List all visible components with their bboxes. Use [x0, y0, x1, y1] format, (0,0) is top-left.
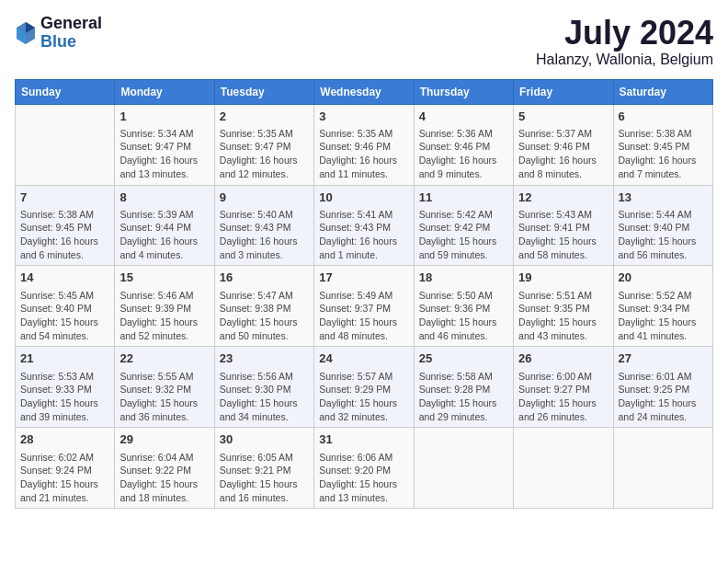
week-row-2: 7Sunrise: 5:38 AMSunset: 9:45 PMDaylight…	[16, 185, 713, 266]
cell-content: Sunrise: 5:35 AMSunset: 9:47 PMDaylight:…	[220, 127, 309, 181]
week-row-4: 21Sunrise: 5:53 AMSunset: 9:33 PMDayligh…	[16, 347, 713, 428]
logo-text: General Blue	[40, 15, 102, 52]
calendar-cell: 23Sunrise: 5:56 AMSunset: 9:30 PMDayligh…	[214, 347, 313, 428]
cell-content: Sunrise: 5:36 AMSunset: 9:46 PMDaylight:…	[419, 127, 508, 181]
calendar-cell: 31Sunrise: 6:06 AMSunset: 9:20 PMDayligh…	[314, 428, 414, 509]
col-header-thursday: Thursday	[414, 79, 513, 104]
calendar-cell	[514, 428, 613, 509]
cell-content: Sunrise: 5:51 AMSunset: 9:35 PMDaylight:…	[518, 289, 608, 343]
week-row-3: 14Sunrise: 5:45 AMSunset: 9:40 PMDayligh…	[16, 266, 713, 347]
calendar-cell: 10Sunrise: 5:41 AMSunset: 9:43 PMDayligh…	[314, 185, 414, 266]
day-number: 13	[619, 190, 708, 206]
day-number: 4	[419, 109, 508, 125]
calendar-header-row: SundayMondayTuesdayWednesdayThursdayFrid…	[16, 79, 713, 104]
cell-content: Sunrise: 5:35 AMSunset: 9:46 PMDaylight:…	[319, 127, 408, 181]
cell-content: Sunrise: 5:38 AMSunset: 9:45 PMDaylight:…	[20, 208, 109, 262]
calendar-cell: 22Sunrise: 5:55 AMSunset: 9:32 PMDayligh…	[115, 347, 214, 428]
month-title: July 2024	[536, 15, 713, 52]
day-number: 26	[518, 350, 608, 367]
calendar-cell: 4Sunrise: 5:36 AMSunset: 9:46 PMDaylight…	[414, 104, 513, 185]
day-number: 17	[319, 270, 408, 286]
page-header: General Blue July 2024 Halanzy, Wallonia…	[15, 15, 713, 68]
cell-content: Sunrise: 5:46 AMSunset: 9:39 PMDaylight:…	[119, 289, 209, 343]
cell-content: Sunrise: 5:44 AMSunset: 9:40 PMDaylight:…	[619, 208, 708, 262]
cell-content: Sunrise: 6:00 AMSunset: 9:27 PMDaylight:…	[518, 370, 608, 424]
day-number: 21	[20, 350, 109, 367]
day-number: 6	[619, 109, 708, 125]
location-title: Halanzy, Wallonia, Belgium	[536, 52, 713, 68]
calendar-cell	[613, 428, 712, 509]
calendar-cell: 16Sunrise: 5:47 AMSunset: 9:38 PMDayligh…	[214, 266, 313, 347]
cell-content: Sunrise: 5:37 AMSunset: 9:46 PMDaylight:…	[518, 127, 608, 181]
day-number: 2	[220, 109, 309, 125]
cell-content: Sunrise: 6:06 AMSunset: 9:20 PMDaylight:…	[319, 451, 408, 505]
col-header-friday: Friday	[514, 79, 613, 104]
cell-content: Sunrise: 6:04 AMSunset: 9:22 PMDaylight:…	[119, 451, 209, 505]
cell-content: Sunrise: 5:53 AMSunset: 9:33 PMDaylight:…	[20, 370, 109, 424]
logo: General Blue	[15, 15, 102, 52]
week-row-5: 28Sunrise: 6:02 AMSunset: 9:24 PMDayligh…	[16, 428, 713, 509]
calendar-cell: 2Sunrise: 5:35 AMSunset: 9:47 PMDaylight…	[214, 104, 313, 185]
day-number: 14	[20, 270, 109, 286]
col-header-wednesday: Wednesday	[314, 79, 414, 104]
calendar-cell: 5Sunrise: 5:37 AMSunset: 9:46 PMDaylight…	[514, 104, 613, 185]
cell-content: Sunrise: 5:52 AMSunset: 9:34 PMDaylight:…	[619, 289, 708, 343]
cell-content: Sunrise: 5:38 AMSunset: 9:45 PMDaylight:…	[619, 127, 708, 181]
title-block: July 2024 Halanzy, Wallonia, Belgium	[536, 15, 713, 68]
day-number: 18	[419, 270, 508, 286]
cell-content: Sunrise: 5:57 AMSunset: 9:29 PMDaylight:…	[319, 370, 408, 424]
calendar-cell: 12Sunrise: 5:43 AMSunset: 9:41 PMDayligh…	[514, 185, 613, 266]
col-header-monday: Monday	[115, 79, 214, 104]
calendar-cell: 28Sunrise: 6:02 AMSunset: 9:24 PMDayligh…	[16, 428, 115, 509]
calendar-cell: 30Sunrise: 6:05 AMSunset: 9:21 PMDayligh…	[214, 428, 313, 509]
calendar-cell: 29Sunrise: 6:04 AMSunset: 9:22 PMDayligh…	[115, 428, 214, 509]
day-number: 31	[319, 431, 408, 448]
cell-content: Sunrise: 5:43 AMSunset: 9:41 PMDaylight:…	[518, 208, 608, 262]
calendar-cell: 1Sunrise: 5:34 AMSunset: 9:47 PMDaylight…	[115, 104, 214, 185]
day-number: 3	[319, 109, 408, 125]
day-number: 23	[220, 350, 309, 367]
day-number: 7	[20, 190, 109, 206]
logo-blue: Blue	[40, 33, 102, 52]
calendar-cell: 17Sunrise: 5:49 AMSunset: 9:37 PMDayligh…	[314, 266, 414, 347]
day-number: 28	[20, 431, 109, 448]
calendar-cell: 14Sunrise: 5:45 AMSunset: 9:40 PMDayligh…	[16, 266, 115, 347]
calendar-cell: 6Sunrise: 5:38 AMSunset: 9:45 PMDaylight…	[613, 104, 712, 185]
col-header-saturday: Saturday	[613, 79, 712, 104]
day-number: 5	[518, 109, 608, 125]
calendar-cell: 3Sunrise: 5:35 AMSunset: 9:46 PMDaylight…	[314, 104, 414, 185]
cell-content: Sunrise: 5:41 AMSunset: 9:43 PMDaylight:…	[319, 208, 408, 262]
cell-content: Sunrise: 5:58 AMSunset: 9:28 PMDaylight:…	[419, 370, 508, 424]
calendar-cell: 18Sunrise: 5:50 AMSunset: 9:36 PMDayligh…	[414, 266, 513, 347]
day-number: 22	[119, 350, 209, 367]
day-number: 15	[119, 270, 209, 286]
cell-content: Sunrise: 5:45 AMSunset: 9:40 PMDaylight:…	[20, 289, 109, 343]
day-number: 11	[419, 190, 508, 206]
cell-content: Sunrise: 5:47 AMSunset: 9:38 PMDaylight:…	[220, 289, 309, 343]
cell-content: Sunrise: 5:39 AMSunset: 9:44 PMDaylight:…	[119, 208, 209, 262]
calendar-cell	[414, 428, 513, 509]
day-number: 1	[119, 109, 209, 125]
cell-content: Sunrise: 5:55 AMSunset: 9:32 PMDaylight:…	[119, 370, 209, 424]
day-number: 24	[319, 350, 408, 367]
calendar-cell: 19Sunrise: 5:51 AMSunset: 9:35 PMDayligh…	[514, 266, 613, 347]
day-number: 12	[518, 190, 608, 206]
cell-content: Sunrise: 5:42 AMSunset: 9:42 PMDaylight:…	[419, 208, 508, 262]
cell-content: Sunrise: 5:40 AMSunset: 9:43 PMDaylight:…	[220, 208, 309, 262]
day-number: 10	[319, 190, 408, 206]
day-number: 29	[119, 431, 209, 448]
calendar-cell	[16, 104, 115, 185]
col-header-sunday: Sunday	[16, 79, 115, 104]
day-number: 19	[518, 270, 608, 286]
calendar-cell: 24Sunrise: 5:57 AMSunset: 9:29 PMDayligh…	[314, 347, 414, 428]
cell-content: Sunrise: 5:34 AMSunset: 9:47 PMDaylight:…	[119, 127, 209, 181]
logo-general: General	[40, 15, 102, 33]
calendar-cell: 27Sunrise: 6:01 AMSunset: 9:25 PMDayligh…	[613, 347, 712, 428]
calendar-cell: 7Sunrise: 5:38 AMSunset: 9:45 PMDaylight…	[16, 185, 115, 266]
cell-content: Sunrise: 5:50 AMSunset: 9:36 PMDaylight:…	[419, 289, 508, 343]
cell-content: Sunrise: 6:05 AMSunset: 9:21 PMDaylight:…	[220, 451, 309, 505]
cell-content: Sunrise: 5:56 AMSunset: 9:30 PMDaylight:…	[220, 370, 309, 424]
cell-content: Sunrise: 5:49 AMSunset: 9:37 PMDaylight:…	[319, 289, 408, 343]
calendar-cell: 20Sunrise: 5:52 AMSunset: 9:34 PMDayligh…	[613, 266, 712, 347]
calendar-cell: 13Sunrise: 5:44 AMSunset: 9:40 PMDayligh…	[613, 185, 712, 266]
